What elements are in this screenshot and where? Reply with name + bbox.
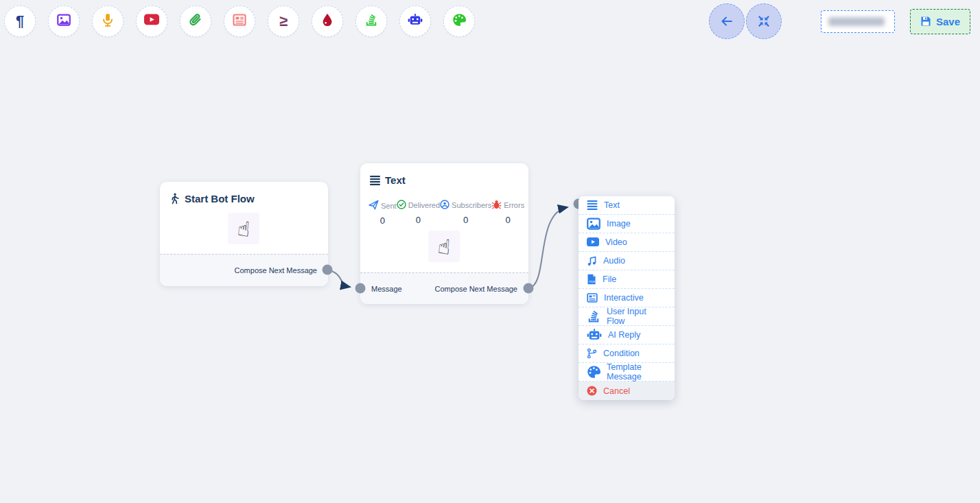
menu-item-template-message[interactable]: Template Message: [579, 363, 675, 382]
stack-icon: [587, 309, 600, 323]
menu-item-video[interactable]: Video: [579, 233, 675, 252]
walking-person-icon: [170, 193, 180, 204]
paperclip-icon: [189, 13, 202, 30]
cancel-icon: [587, 386, 597, 396]
text-lines-icon: [370, 176, 380, 185]
back-arrow-icon: [720, 14, 734, 28]
stat-label: Errors: [504, 201, 524, 209]
interactive-icon: [587, 292, 598, 303]
menu-item-label: Condition: [603, 349, 640, 358]
menu-item-cancel[interactable]: Cancel: [579, 382, 675, 400]
save-floppy-icon: [920, 16, 931, 27]
toolbar-button-user-input-flow[interactable]: [355, 5, 387, 37]
toolbar-button-file[interactable]: [180, 5, 211, 37]
robot-icon: [408, 13, 423, 30]
menu-item-text[interactable]: Text: [579, 196, 675, 215]
back-button[interactable]: [709, 3, 745, 39]
stat-errors: Errors0: [491, 200, 524, 226]
toolbar-button-condition[interactable]: [312, 5, 343, 37]
gte-icon: ≥: [279, 14, 288, 29]
robot-icon: [587, 328, 602, 342]
menu-item-label: Audio: [603, 256, 625, 266]
menu-item-user-input-flow[interactable]: User Input Flow: [579, 307, 675, 326]
check-icon: [397, 200, 406, 211]
text-node[interactable]: Text Sent0Delivered0Subscribers0Errors0 …: [360, 163, 528, 304]
compress-icon: [758, 15, 770, 27]
toolbar-button-image[interactable]: [48, 5, 80, 37]
edge-text-to-menu[interactable]: [528, 207, 567, 288]
pilcrow-icon: ¶: [16, 14, 24, 29]
start-bot-flow-node[interactable]: Start Bot Flow ☝ Compose Next Message: [160, 182, 328, 286]
palette-icon: [587, 365, 600, 379]
youtube-icon: [144, 13, 159, 30]
text-node-output-label: Compose Next Message: [435, 285, 517, 293]
toolbar-button-interactive[interactable]: [224, 5, 255, 37]
menu-item-label: Video: [605, 237, 627, 247]
newspaper-icon: [233, 13, 246, 30]
drop-icon: [321, 13, 334, 30]
menu-item-label: AI Reply: [608, 330, 640, 340]
menu-item-ai-reply[interactable]: AI Reply: [579, 326, 675, 344]
save-button[interactable]: Save: [910, 9, 970, 34]
palette-icon: [452, 13, 466, 30]
video-icon: [587, 237, 599, 247]
stat-label: Subscribers: [452, 201, 491, 209]
flow-name-redacted-text: [828, 17, 885, 26]
menu-item-interactive[interactable]: Interactive: [579, 289, 675, 307]
menu-item-label: Interactive: [604, 293, 644, 303]
image-icon: [587, 217, 600, 231]
stat-value: 0: [380, 215, 385, 226]
toolbar-button-template-message[interactable]: [443, 5, 475, 37]
topbar-controls: Save: [709, 3, 970, 39]
menu-item-label: Image: [607, 219, 631, 229]
start-node-drag-handle[interactable]: ☝: [228, 213, 259, 244]
menu-item-image[interactable]: Image: [579, 215, 675, 233]
menu-item-label: File: [603, 274, 616, 284]
toolbar-button-ai-reply[interactable]: [399, 5, 431, 37]
svg-text:PDF: PDF: [590, 280, 596, 283]
menu-item-audio[interactable]: Audio: [579, 252, 675, 270]
menu-item-label: Text: [604, 200, 620, 210]
audio-icon: [587, 256, 597, 266]
edge-start-to-text[interactable]: [327, 270, 349, 287]
file-icon: PDF: [587, 274, 596, 285]
stat-sent: Sent0: [369, 200, 397, 226]
lines-icon: [587, 200, 598, 210]
start-node-output-label: Compose Next Message: [235, 266, 317, 274]
toolbar-button-audio[interactable]: [92, 5, 124, 37]
text-node-drag-handle[interactable]: ☝: [428, 231, 460, 262]
toolbar-button-user-input[interactable]: ≥: [268, 5, 299, 37]
stat-subscribers: Subscribers0: [440, 200, 491, 226]
microphone-icon: [101, 13, 115, 30]
bug-icon: [491, 200, 502, 211]
send-icon: [369, 200, 379, 211]
stat-label: Sent: [381, 202, 397, 210]
stat-value: 0: [416, 215, 421, 225]
menu-item-label: Cancel: [603, 386, 630, 396]
hand-cursor-icon: ☝: [436, 234, 452, 259]
branch-icon: [587, 348, 597, 359]
hand-cursor-icon: ☝: [236, 216, 251, 242]
add-node-context-menu: TextImageVideoAudioPDFFileInteractiveUse…: [579, 196, 675, 400]
stat-label: Delivered: [408, 201, 440, 209]
menu-item-file[interactable]: PDFFile: [579, 270, 675, 289]
menu-item-label: User Input Flow: [607, 307, 666, 326]
stat-delivered: Delivered0: [397, 200, 440, 226]
text-node-input-label: Message: [371, 285, 402, 293]
flow-name-input[interactable]: [821, 10, 895, 33]
node-type-toolbar: ¶≥: [4, 5, 475, 37]
fit-view-button[interactable]: [746, 3, 782, 39]
menu-item-condition[interactable]: Condition: [579, 344, 675, 363]
text-node-stats: Sent0Delivered0Subscribers0Errors0: [360, 190, 528, 226]
user-icon: [440, 200, 450, 211]
toolbar-button-video[interactable]: [136, 5, 167, 37]
text-node-title: Text: [385, 174, 406, 186]
save-label: Save: [936, 16, 960, 27]
start-node-title: Start Bot Flow: [185, 193, 255, 204]
image-icon: [57, 13, 71, 30]
stat-value: 0: [506, 215, 511, 225]
menu-item-label: Template Message: [607, 362, 666, 382]
stack-icon: [364, 13, 378, 30]
stat-value: 0: [463, 215, 468, 225]
toolbar-button-text[interactable]: ¶: [4, 5, 36, 37]
